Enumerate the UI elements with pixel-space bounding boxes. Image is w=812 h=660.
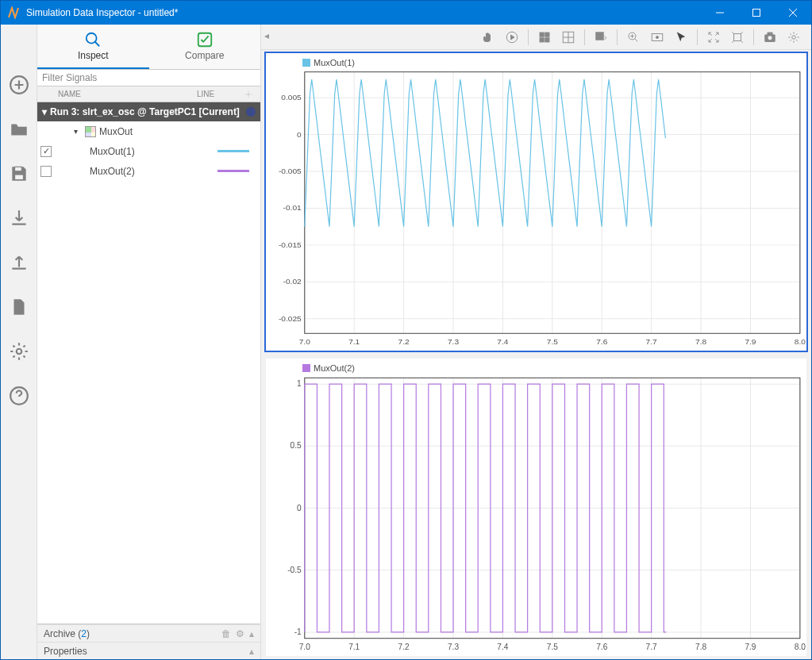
- add-icon[interactable]: [6, 72, 32, 98]
- svg-point-6: [87, 33, 97, 44]
- run-status-dot: [246, 107, 256, 117]
- gear-icon[interactable]: [783, 28, 805, 47]
- svg-text:0.005: 0.005: [281, 93, 302, 102]
- tab-compare[interactable]: Compare: [149, 25, 261, 69]
- svg-text:8.0: 8.0: [795, 337, 806, 346]
- svg-rect-22: [768, 33, 772, 35]
- svg-text:7.3: 7.3: [448, 337, 460, 346]
- expand-out-icon[interactable]: [702, 28, 725, 47]
- svg-rect-15: [595, 32, 604, 40]
- svg-text:1: 1: [297, 379, 302, 388]
- caret-down-icon: ▾: [42, 106, 47, 117]
- svg-text:7.5: 7.5: [547, 337, 559, 346]
- line-swatch[interactable]: [217, 150, 249, 152]
- svg-text:-1: -1: [294, 627, 302, 636]
- svg-text:7.9: 7.9: [745, 337, 756, 346]
- import-icon[interactable]: [6, 205, 32, 231]
- zoom-icon[interactable]: [622, 28, 645, 47]
- column-gear-icon[interactable]: [244, 90, 260, 98]
- chevron-up-icon[interactable]: ▴: [249, 628, 254, 639]
- run-label: Run 3: slrt_ex_osc @ TargetPC1 [Current]: [50, 106, 240, 117]
- run-row[interactable]: ▾ Run 3: slrt_ex_osc @ TargetPC1 [Curren…: [37, 102, 260, 121]
- trash-icon[interactable]: 🗑: [221, 628, 231, 639]
- svg-rect-3: [14, 175, 23, 180]
- group-checkbox-placeholder: [40, 126, 52, 137]
- svg-text:-0.015: -0.015: [279, 240, 302, 249]
- svg-text:7.6: 7.6: [596, 337, 608, 346]
- pointer-icon[interactable]: [670, 28, 692, 47]
- close-button[interactable]: [775, 1, 811, 25]
- folder-icon[interactable]: [6, 117, 32, 142]
- svg-point-23: [792, 35, 796, 39]
- svg-rect-13: [545, 37, 549, 41]
- svg-text:7.8: 7.8: [695, 643, 706, 651]
- line-swatch[interactable]: [217, 170, 249, 172]
- svg-text:-0.025: -0.025: [279, 314, 302, 323]
- chevron-up-icon[interactable]: ▴: [249, 646, 254, 657]
- svg-text:-0.005: -0.005: [279, 167, 302, 175]
- svg-text:7.0: 7.0: [299, 337, 311, 346]
- svg-point-4: [16, 349, 21, 355]
- signal-row[interactable]: ✓ MuxOut(1): [37, 141, 260, 161]
- signal-group-label: MuxOut: [99, 126, 260, 137]
- minimize-button[interactable]: [702, 1, 738, 25]
- svg-point-18: [656, 36, 659, 38]
- layout-dropdown-icon[interactable]: [590, 28, 612, 47]
- save-icon[interactable]: [6, 161, 32, 186]
- legend-label: MuxOut(1): [314, 58, 355, 67]
- collapse-panel-icon[interactable]: ◂: [262, 26, 271, 45]
- signal-label: MuxOut(2): [90, 166, 214, 177]
- svg-point-8: [248, 93, 250, 95]
- fit-icon[interactable]: [646, 28, 668, 47]
- svg-text:-0.02: -0.02: [283, 277, 302, 286]
- svg-text:7.1: 7.1: [348, 643, 360, 651]
- filter-signals-input[interactable]: Filter Signals: [37, 69, 260, 86]
- help-icon[interactable]: [6, 383, 32, 409]
- window-title: Simulation Data Inspector - untitled*: [26, 7, 702, 18]
- camera-icon[interactable]: [759, 28, 781, 47]
- maximize-button[interactable]: [738, 1, 775, 25]
- plot-area-1[interactable]: MuxOut(1) 0.0050-0.005-0.01-0.015-0.02-0…: [266, 53, 806, 351]
- svg-text:7.7: 7.7: [646, 643, 657, 651]
- grid-layout-icon[interactable]: [533, 28, 556, 47]
- legend-swatch: [302, 364, 310, 372]
- gear-icon[interactable]: ⚙: [236, 628, 244, 639]
- svg-rect-2: [14, 167, 21, 171]
- svg-text:7.0: 7.0: [299, 643, 310, 651]
- svg-rect-11: [545, 33, 549, 36]
- svg-text:7.4: 7.4: [497, 337, 509, 346]
- play-icon[interactable]: [501, 28, 523, 47]
- archive-row[interactable]: Archive (2) 🗑 ⚙ ▴: [37, 624, 260, 642]
- caret-down-icon: ▾: [74, 127, 82, 136]
- subplot-icon[interactable]: [557, 28, 579, 47]
- archive-label: Archive: [44, 628, 75, 639]
- archive-count: 2: [81, 628, 87, 639]
- signal-group-row[interactable]: ▾ MuxOut: [37, 121, 260, 141]
- legend-swatch: [302, 59, 310, 67]
- signal-checkbox[interactable]: [40, 166, 52, 177]
- export-icon[interactable]: [6, 250, 32, 275]
- tab-compare-label: Compare: [185, 50, 224, 61]
- svg-text:7.8: 7.8: [695, 337, 707, 346]
- svg-text:7.5: 7.5: [547, 643, 558, 651]
- svg-text:0: 0: [297, 504, 302, 512]
- hand-icon[interactable]: [477, 28, 499, 47]
- plot-area-2[interactable]: MuxOut(2) 10.50-0.5-17.07.17.27.37.47.57…: [266, 359, 806, 656]
- svg-text:7.9: 7.9: [745, 643, 756, 651]
- svg-text:8.0: 8.0: [795, 643, 806, 651]
- column-header-name[interactable]: NAME: [53, 90, 197, 98]
- svg-text:7.7: 7.7: [646, 337, 658, 346]
- svg-point-21: [768, 35, 772, 40]
- signal-checkbox[interactable]: ✓: [40, 146, 52, 157]
- properties-label: Properties: [44, 646, 87, 657]
- column-header-line[interactable]: LINE: [197, 90, 244, 98]
- svg-text:0.5: 0.5: [291, 441, 302, 450]
- signal-row[interactable]: MuxOut(2): [37, 161, 260, 181]
- document-icon[interactable]: [6, 294, 32, 320]
- settings-gear-icon[interactable]: [6, 339, 32, 364]
- properties-row[interactable]: Properties ▴: [37, 642, 260, 659]
- expand-in-icon[interactable]: [726, 28, 749, 47]
- tab-inspect[interactable]: Inspect: [37, 25, 149, 69]
- svg-text:7.2: 7.2: [398, 643, 410, 651]
- svg-text:7.3: 7.3: [448, 643, 459, 651]
